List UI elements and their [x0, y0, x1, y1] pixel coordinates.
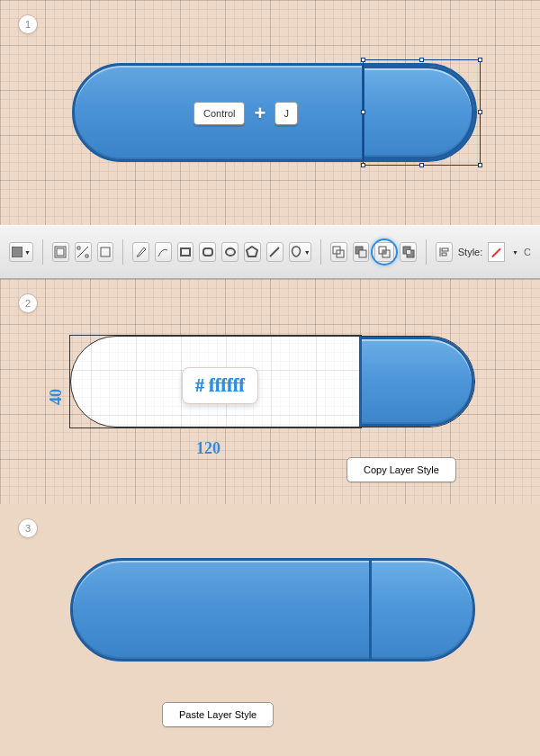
- separator: [122, 239, 123, 265]
- freeform-pen-button[interactable]: [155, 242, 172, 262]
- svg-rect-11: [359, 250, 366, 257]
- exclude-icon: [402, 246, 415, 258]
- style-label: Style:: [458, 247, 483, 257]
- pill-shape-white: [70, 336, 475, 428]
- align-icon: [437, 246, 450, 258]
- separator: [320, 239, 321, 265]
- svg-line-7: [270, 248, 279, 256]
- keyboard-shortcut: Control + J: [194, 102, 298, 125]
- pen-tool-button[interactable]: [132, 242, 149, 262]
- rectangle-tool-button[interactable]: [177, 242, 194, 262]
- svg-rect-19: [442, 248, 448, 251]
- align-button[interactable]: [436, 242, 453, 262]
- plus-icon: +: [248, 102, 271, 125]
- chevron-down-icon: ▼: [24, 249, 31, 256]
- cut-off-text: C: [524, 247, 531, 257]
- style-swatch-none[interactable]: [488, 242, 505, 262]
- pen-shape-icon: [54, 246, 67, 258]
- square-icon: [12, 247, 22, 257]
- intersect-icon: [378, 246, 391, 258]
- svg-point-5: [226, 248, 235, 256]
- shape-mode-button[interactable]: [75, 242, 92, 262]
- step-2-panel: 2 # ffffff 40 120 Copy Layer Style: [0, 279, 540, 504]
- fill-swatch-dropdown[interactable]: ▼: [9, 242, 33, 262]
- intersect-shape-button[interactable]: [374, 242, 394, 262]
- key-j: J: [274, 102, 298, 125]
- step-badge: 3: [18, 518, 38, 538]
- hex-value-card: # ffffff: [182, 367, 258, 404]
- ellipse-tool-button[interactable]: [221, 242, 238, 262]
- square-outline-icon: [99, 246, 112, 258]
- selection-box[interactable]: [363, 59, 481, 166]
- rectangle-icon: [179, 246, 192, 258]
- svg-rect-1: [57, 248, 64, 256]
- pill-body-left: [70, 558, 372, 662]
- exclude-shape-button[interactable]: [400, 242, 417, 262]
- rounded-rect-icon: [202, 246, 214, 258]
- svg-rect-17: [407, 250, 410, 254]
- key-control: Control: [194, 102, 245, 125]
- step-badge: 1: [18, 14, 38, 34]
- chevron-down-icon: ▼: [304, 249, 310, 256]
- line-tool-button[interactable]: [266, 242, 284, 262]
- polygon-tool-button[interactable]: [244, 242, 261, 262]
- svg-rect-4: [203, 248, 212, 256]
- pen-icon: [135, 246, 148, 258]
- blob-icon: [290, 246, 302, 258]
- ellipse-icon: [224, 246, 237, 258]
- svg-rect-20: [442, 253, 446, 256]
- step-badge: 2: [18, 293, 38, 313]
- step-3-panel: 3 Paste Layer Style: [0, 504, 540, 756]
- svg-rect-2: [101, 248, 110, 256]
- line-icon: [268, 246, 281, 258]
- subtract-icon: [355, 246, 367, 258]
- paste-layer-style-button[interactable]: Paste Layer Style: [162, 702, 274, 727]
- separator: [426, 239, 427, 265]
- intersect-wrap: [374, 242, 394, 262]
- freeform-pen-icon: [157, 246, 169, 258]
- path-anchor-icon: [76, 246, 89, 258]
- svg-rect-3: [181, 248, 190, 256]
- path-mode-button[interactable]: [52, 242, 69, 262]
- add-to-shape-button[interactable]: [330, 242, 347, 262]
- fill-pixels-button[interactable]: [97, 242, 114, 262]
- height-label: 40: [47, 389, 66, 405]
- svg-marker-6: [247, 247, 257, 256]
- svg-rect-14: [382, 250, 386, 254]
- width-label: 120: [196, 439, 220, 458]
- copy-layer-style-button[interactable]: Copy Layer Style: [346, 457, 456, 482]
- chevron-down-icon[interactable]: ▼: [512, 249, 518, 256]
- polygon-icon: [246, 246, 258, 258]
- union-icon: [332, 246, 345, 258]
- separator: [42, 239, 43, 265]
- step-1-panel: 1 Control + J: [0, 0, 540, 225]
- custom-shape-dropdown[interactable]: ▼: [289, 242, 311, 262]
- pill-cap-right: [369, 558, 475, 662]
- pill-shape-result: [70, 558, 475, 662]
- shape-toolbar: ▼ ▼: [0, 225, 540, 279]
- pill-cap-right-blue: [359, 337, 474, 427]
- subtract-from-shape-button[interactable]: [353, 242, 370, 262]
- rounded-rect-tool-button[interactable]: [199, 242, 216, 262]
